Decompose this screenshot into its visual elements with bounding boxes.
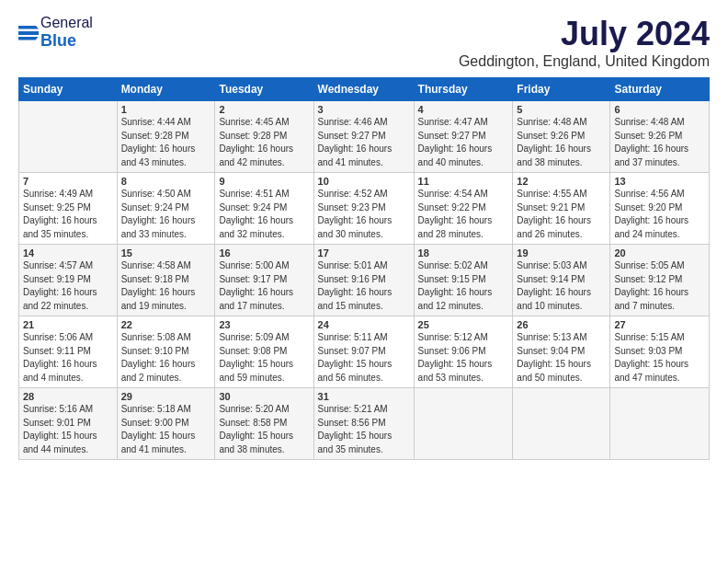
day-info: Sunrise: 4:58 AM Sunset: 9:18 PM Dayligh…: [121, 259, 211, 313]
calendar-cell: 23Sunrise: 5:09 AM Sunset: 9:08 PM Dayli…: [215, 316, 313, 388]
day-info: Sunrise: 5:11 AM Sunset: 9:07 PM Dayligh…: [318, 331, 410, 385]
day-number: 30: [219, 391, 309, 402]
day-info: Sunrise: 5:21 AM Sunset: 8:56 PM Dayligh…: [318, 403, 410, 456]
day-number: 10: [318, 176, 410, 187]
day-info: Sunrise: 5:03 AM Sunset: 9:14 PM Dayligh…: [517, 259, 606, 313]
day-info: Sunrise: 4:55 AM Sunset: 9:21 PM Dayligh…: [517, 188, 606, 241]
day-number: 3: [318, 104, 410, 115]
calendar-cell: [513, 388, 610, 460]
logo: General Blue: [18, 15, 93, 51]
day-info: Sunrise: 4:50 AM Sunset: 9:24 PM Dayligh…: [121, 188, 211, 241]
day-number: 2: [219, 104, 309, 115]
day-number: 11: [418, 176, 509, 187]
header: General Blue July 2024 Geddington, Engla…: [18, 15, 710, 70]
day-number: 13: [614, 176, 705, 187]
day-number: 16: [219, 247, 309, 259]
day-info: Sunrise: 4:46 AM Sunset: 9:27 PM Dayligh…: [318, 116, 410, 169]
calendar-cell: 31Sunrise: 5:21 AM Sunset: 8:56 PM Dayli…: [313, 388, 414, 460]
calendar-cell: 21Sunrise: 5:06 AM Sunset: 9:11 PM Dayli…: [19, 316, 118, 388]
calendar-cell: 1Sunrise: 4:44 AM Sunset: 9:28 PM Daylig…: [117, 101, 215, 173]
calendar-cell: 5Sunrise: 4:48 AM Sunset: 9:26 PM Daylig…: [513, 101, 610, 173]
calendar-cell: 10Sunrise: 4:52 AM Sunset: 9:23 PM Dayli…: [313, 173, 414, 245]
day-number: 27: [614, 319, 705, 330]
calendar-header: SundayMondayTuesdayWednesdayThursdayFrid…: [19, 78, 710, 101]
calendar-cell: 14Sunrise: 4:57 AM Sunset: 9:19 PM Dayli…: [19, 245, 118, 316]
calendar-cell: 12Sunrise: 4:55 AM Sunset: 9:21 PM Dayli…: [513, 173, 610, 245]
calendar-day-header: Wednesday: [313, 78, 414, 101]
calendar-cell: 24Sunrise: 5:11 AM Sunset: 9:07 PM Dayli…: [313, 316, 414, 388]
day-info: Sunrise: 5:20 AM Sunset: 8:58 PM Dayligh…: [219, 403, 309, 456]
calendar-week-row: 21Sunrise: 5:06 AM Sunset: 9:11 PM Dayli…: [19, 316, 710, 388]
day-number: 28: [23, 391, 113, 402]
calendar-day-header: Sunday: [19, 78, 118, 101]
day-info: Sunrise: 4:47 AM Sunset: 9:27 PM Dayligh…: [418, 116, 509, 169]
day-info: Sunrise: 5:12 AM Sunset: 9:06 PM Dayligh…: [418, 331, 509, 385]
day-number: 25: [418, 319, 509, 330]
calendar-cell: 19Sunrise: 5:03 AM Sunset: 9:14 PM Dayli…: [513, 245, 610, 316]
calendar-cell: 18Sunrise: 5:02 AM Sunset: 9:15 PM Dayli…: [414, 245, 513, 316]
calendar-cell: 20Sunrise: 5:05 AM Sunset: 9:12 PM Dayli…: [610, 245, 710, 316]
day-info: Sunrise: 5:02 AM Sunset: 9:15 PM Dayligh…: [418, 259, 509, 313]
calendar-week-row: 7Sunrise: 4:49 AM Sunset: 9:25 PM Daylig…: [19, 173, 710, 245]
calendar-cell: 30Sunrise: 5:20 AM Sunset: 8:58 PM Dayli…: [215, 388, 313, 460]
day-info: Sunrise: 5:09 AM Sunset: 9:08 PM Dayligh…: [219, 331, 309, 385]
calendar-cell: 13Sunrise: 4:56 AM Sunset: 9:20 PM Dayli…: [610, 173, 710, 245]
calendar-cell: 25Sunrise: 5:12 AM Sunset: 9:06 PM Dayli…: [414, 316, 513, 388]
day-info: Sunrise: 4:56 AM Sunset: 9:20 PM Dayligh…: [614, 188, 705, 241]
day-number: 15: [121, 247, 211, 259]
logo-blue-text: Blue: [40, 31, 76, 50]
day-info: Sunrise: 5:06 AM Sunset: 9:11 PM Dayligh…: [23, 331, 113, 385]
day-info: Sunrise: 4:52 AM Sunset: 9:23 PM Dayligh…: [318, 188, 410, 241]
calendar-cell: 17Sunrise: 5:01 AM Sunset: 9:16 PM Dayli…: [313, 245, 414, 316]
day-number: 17: [318, 247, 410, 259]
calendar-subtitle: Geddington, England, United Kingdom: [459, 53, 710, 70]
calendar-cell: 22Sunrise: 5:08 AM Sunset: 9:10 PM Dayli…: [117, 316, 215, 388]
day-info: Sunrise: 4:49 AM Sunset: 9:25 PM Dayligh…: [23, 188, 113, 241]
day-number: 22: [121, 319, 211, 330]
day-number: 5: [517, 104, 606, 115]
day-info: Sunrise: 5:05 AM Sunset: 9:12 PM Dayligh…: [614, 259, 705, 313]
day-info: Sunrise: 4:44 AM Sunset: 9:28 PM Dayligh…: [121, 116, 211, 169]
day-number: 1: [121, 104, 211, 115]
day-info: Sunrise: 4:51 AM Sunset: 9:24 PM Dayligh…: [219, 188, 309, 241]
day-info: Sunrise: 5:16 AM Sunset: 9:01 PM Dayligh…: [23, 403, 113, 456]
calendar-cell: [610, 388, 710, 460]
calendar-cell: 8Sunrise: 4:50 AM Sunset: 9:24 PM Daylig…: [117, 173, 215, 245]
calendar-day-header: Monday: [117, 78, 215, 101]
day-number: 14: [23, 247, 113, 259]
day-number: 4: [418, 104, 509, 115]
day-number: 19: [517, 247, 606, 259]
calendar-cell: 6Sunrise: 4:48 AM Sunset: 9:26 PM Daylig…: [610, 101, 710, 173]
calendar-day-header: Friday: [513, 78, 610, 101]
calendar-cell: 26Sunrise: 5:13 AM Sunset: 9:04 PM Dayli…: [513, 316, 610, 388]
calendar-cell: 11Sunrise: 4:54 AM Sunset: 9:22 PM Dayli…: [414, 173, 513, 245]
day-number: 7: [23, 176, 113, 187]
day-number: 24: [318, 319, 410, 330]
day-number: 29: [121, 391, 211, 402]
logo-graphic: [18, 26, 39, 40]
day-info: Sunrise: 5:18 AM Sunset: 9:00 PM Dayligh…: [121, 403, 211, 456]
day-info: Sunrise: 4:57 AM Sunset: 9:19 PM Dayligh…: [23, 259, 113, 313]
day-info: Sunrise: 4:45 AM Sunset: 9:28 PM Dayligh…: [219, 116, 309, 169]
day-info: Sunrise: 5:13 AM Sunset: 9:04 PM Dayligh…: [517, 331, 606, 385]
title-block: July 2024 Geddington, England, United Ki…: [459, 15, 710, 70]
calendar-cell: [414, 388, 513, 460]
day-info: Sunrise: 5:00 AM Sunset: 9:17 PM Dayligh…: [219, 259, 309, 313]
calendar-week-row: 1Sunrise: 4:44 AM Sunset: 9:28 PM Daylig…: [19, 101, 710, 173]
calendar-week-row: 28Sunrise: 5:16 AM Sunset: 9:01 PM Dayli…: [19, 388, 710, 460]
calendar-title: July 2024: [459, 15, 710, 53]
day-number: 31: [318, 391, 410, 402]
day-number: 8: [121, 176, 211, 187]
calendar-day-header: Tuesday: [215, 78, 313, 101]
day-number: 23: [219, 319, 309, 330]
day-number: 26: [517, 319, 606, 330]
calendar-cell: 2Sunrise: 4:45 AM Sunset: 9:28 PM Daylig…: [215, 101, 313, 173]
calendar-cell: 16Sunrise: 5:00 AM Sunset: 9:17 PM Dayli…: [215, 245, 313, 316]
calendar-cell: 28Sunrise: 5:16 AM Sunset: 9:01 PM Dayli…: [19, 388, 118, 460]
calendar-cell: 27Sunrise: 5:15 AM Sunset: 9:03 PM Dayli…: [610, 316, 710, 388]
calendar-cell: 9Sunrise: 4:51 AM Sunset: 9:24 PM Daylig…: [215, 173, 313, 245]
logo-general-text: General: [40, 15, 93, 30]
day-info: Sunrise: 5:15 AM Sunset: 9:03 PM Dayligh…: [614, 331, 705, 385]
day-info: Sunrise: 4:48 AM Sunset: 9:26 PM Dayligh…: [614, 116, 705, 169]
calendar-day-header: Thursday: [414, 78, 513, 101]
